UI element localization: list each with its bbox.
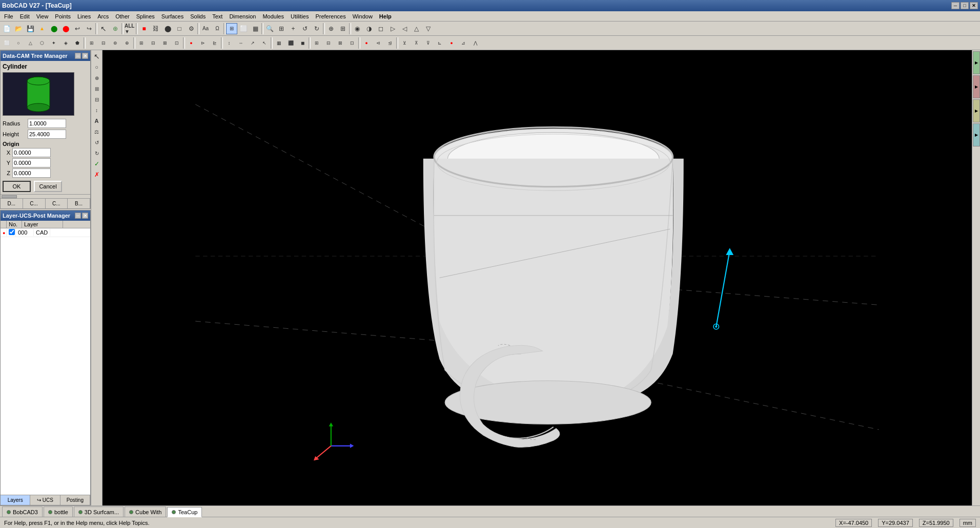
layer-tab-ucs[interactable]: ↪ UCS bbox=[30, 495, 60, 505]
tb-extra3[interactable]: △ bbox=[411, 23, 422, 34]
y-input[interactable] bbox=[12, 158, 51, 167]
layer-tab-layers[interactable]: Layers bbox=[1, 495, 30, 505]
tb2-btn27[interactable]: ⊟ bbox=[323, 37, 334, 49]
tb-snap1[interactable]: ⊕ bbox=[325, 23, 337, 34]
layer-visible-check[interactable] bbox=[7, 228, 16, 237]
tree-tab-design[interactable]: D... bbox=[1, 199, 23, 208]
tb-select-arrow[interactable]: ↖ bbox=[98, 23, 109, 34]
tb2-btn33[interactable]: ⊻ bbox=[399, 37, 410, 49]
tb-shape[interactable]: ▲ bbox=[36, 23, 48, 34]
tb2-btn30[interactable]: ● bbox=[361, 37, 372, 49]
tb2-btn15[interactable]: ⊡ bbox=[171, 37, 182, 49]
menu-text[interactable]: Text bbox=[209, 13, 226, 20]
tb-open[interactable]: 📂 bbox=[13, 23, 24, 34]
rp-btn-2[interactable]: ▶ bbox=[973, 75, 980, 98]
tb2-btn3[interactable]: △ bbox=[25, 37, 36, 49]
layer-close-btn[interactable]: ✕ bbox=[82, 213, 88, 219]
menu-help[interactable]: Help bbox=[376, 13, 395, 20]
tb-view-active[interactable]: ⊞ bbox=[226, 23, 237, 34]
layer-tab-posting[interactable]: Posting bbox=[60, 495, 90, 505]
vtb-cross[interactable]: ⊕ bbox=[92, 73, 102, 83]
tb-extra1[interactable]: ▷ bbox=[387, 23, 398, 34]
layer-checkbox[interactable] bbox=[9, 229, 15, 235]
tb-chain[interactable]: ⛓ bbox=[150, 23, 161, 34]
tb-select-circle[interactable]: ⊕ bbox=[110, 23, 121, 34]
z-input[interactable] bbox=[12, 168, 51, 178]
tb-zoom-window[interactable]: 🔍 bbox=[264, 23, 275, 34]
tb2-btn2[interactable]: ○ bbox=[13, 37, 24, 49]
tb-redo[interactable]: ↪ bbox=[84, 23, 95, 34]
cancel-button[interactable]: Cancel bbox=[34, 181, 62, 192]
tb2-btn39[interactable]: ⋀ bbox=[469, 37, 481, 49]
tb2-btn35[interactable]: ⊽ bbox=[422, 37, 434, 49]
rp-btn-4[interactable]: ▶ bbox=[973, 123, 980, 146]
vtb-cancel[interactable]: ✗ bbox=[92, 170, 102, 180]
tb2-btn16[interactable]: ● bbox=[186, 37, 197, 49]
tb2-btn8[interactable]: ⊞ bbox=[86, 37, 97, 49]
tb2-btn26[interactable]: ⊞ bbox=[311, 37, 322, 49]
scroll-thumb[interactable] bbox=[2, 195, 17, 198]
tb2-btn17[interactable]: ⊳ bbox=[197, 37, 209, 49]
tree-tab-cam2[interactable]: C... bbox=[46, 199, 68, 208]
panel-close-btn[interactable]: ✕ bbox=[82, 53, 88, 59]
vtb-measure[interactable]: ⚖ bbox=[92, 126, 102, 137]
menu-modules[interactable]: Modules bbox=[259, 13, 287, 20]
tb-gear[interactable]: ⚙ bbox=[186, 23, 197, 34]
vtb-minus[interactable]: ⊟ bbox=[92, 94, 102, 104]
tb2-btn7[interactable]: ⬟ bbox=[72, 37, 83, 49]
btab-cubewith[interactable]: Cube With bbox=[125, 506, 166, 517]
tb2-btn25[interactable]: ◼ bbox=[297, 37, 308, 49]
vtb-circle[interactable]: ○ bbox=[92, 62, 102, 72]
vtb-arrow[interactable]: ↖ bbox=[92, 51, 102, 61]
tb-red-circle[interactable]: ⬤ bbox=[60, 23, 71, 34]
tb-save[interactable]: 💾 bbox=[25, 23, 36, 34]
tb-font[interactable]: Ω bbox=[212, 23, 223, 34]
minimize-btn[interactable]: ─ bbox=[951, 2, 959, 9]
tb2-btn32[interactable]: ⊴ bbox=[384, 37, 396, 49]
tb-cylinder2[interactable]: ⬤ bbox=[48, 23, 59, 34]
x-input[interactable] bbox=[12, 148, 51, 157]
layer-pin-btn[interactable]: ─ bbox=[75, 213, 81, 219]
tb2-btn9[interactable]: ⊟ bbox=[98, 37, 109, 49]
tb-zoom-in[interactable]: + bbox=[288, 23, 299, 34]
menu-splines[interactable]: Splines bbox=[133, 13, 158, 20]
tb-red-btn[interactable]: ■ bbox=[138, 23, 150, 34]
ok-button[interactable]: OK bbox=[3, 181, 31, 192]
vtb-grid[interactable]: ⊞ bbox=[92, 83, 102, 94]
rp-btn-1[interactable]: ▶ bbox=[973, 51, 980, 74]
close-btn[interactable]: ✕ bbox=[970, 2, 978, 9]
tb2-btn1[interactable]: ⬜ bbox=[1, 37, 12, 49]
radius-input[interactable] bbox=[28, 119, 66, 128]
menu-points[interactable]: Points bbox=[52, 13, 74, 20]
tree-tab-cam1[interactable]: C... bbox=[23, 199, 46, 208]
tb-rotate2[interactable]: ↻ bbox=[311, 23, 322, 34]
menu-utilities[interactable]: Utilities bbox=[288, 13, 312, 20]
vtb-text[interactable]: A bbox=[92, 116, 102, 126]
menu-lines[interactable]: Lines bbox=[74, 13, 94, 20]
menu-view[interactable]: View bbox=[33, 13, 52, 20]
rp-btn-3[interactable]: ▶ bbox=[973, 99, 980, 122]
tb-wire[interactable]: ◻ bbox=[375, 23, 386, 34]
tb-shade[interactable]: ◑ bbox=[363, 23, 375, 34]
tb2-btn24[interactable]: ⬛ bbox=[285, 37, 296, 49]
tb2-btn29[interactable]: ⊡ bbox=[346, 37, 358, 49]
tb2-btn37[interactable]: ● bbox=[446, 37, 457, 49]
height-input[interactable] bbox=[28, 130, 66, 139]
menu-solids[interactable]: Solids bbox=[187, 13, 209, 20]
viewport[interactable] bbox=[103, 50, 972, 505]
btab-teacup[interactable]: TeaCup bbox=[167, 507, 202, 517]
btab-bottle[interactable]: bottle bbox=[44, 506, 73, 517]
tb2-btn14[interactable]: ⊠ bbox=[159, 37, 171, 49]
tb-rect[interactable]: □ bbox=[174, 23, 185, 34]
tb2-btn20[interactable]: ↔ bbox=[235, 37, 247, 49]
tree-tab-bom[interactable]: B... bbox=[68, 199, 90, 208]
tb2-btn10[interactable]: ⊛ bbox=[110, 37, 121, 49]
tb-undo[interactable]: ↩ bbox=[72, 23, 83, 34]
tb2-btn21[interactable]: ↗ bbox=[247, 37, 258, 49]
tb2-btn34[interactable]: ⊼ bbox=[411, 37, 422, 49]
menu-file[interactable]: File bbox=[1, 13, 16, 20]
tb-zoom-fit[interactable]: ⊞ bbox=[276, 23, 287, 34]
menu-edit[interactable]: Edit bbox=[17, 13, 33, 20]
tb-extra4[interactable]: ▽ bbox=[422, 23, 434, 34]
tb2-btn23[interactable]: ▦ bbox=[273, 37, 284, 49]
